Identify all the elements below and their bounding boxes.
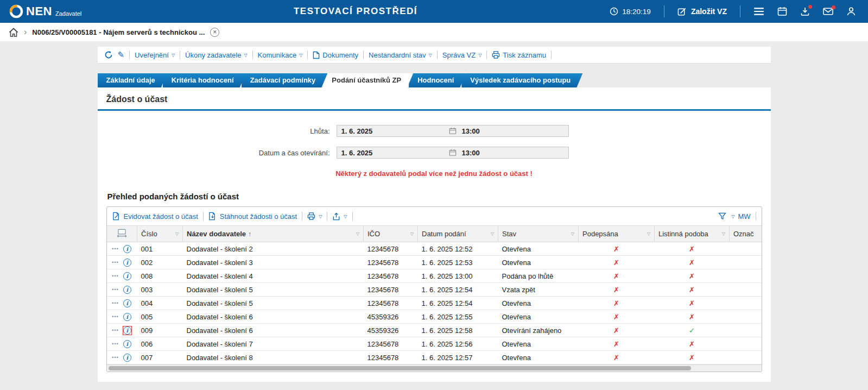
filter-caret-icon[interactable]: ▽ — [722, 231, 725, 236]
environment-title: TESTOVACÍ PROSTŘEDÍ — [294, 6, 417, 17]
topbar: NEN Zadavatel TESTOVACÍ PROSTŘEDÍ 18:20:… — [0, 0, 868, 23]
table-row[interactable]: ••• i 003 Dodavatel - školení 5 12345678… — [107, 283, 762, 297]
filter-caret-icon[interactable]: ▽ — [491, 231, 494, 236]
calendar-icon[interactable] — [449, 149, 457, 156]
edit-pencil-icon[interactable]: ✎ — [118, 50, 125, 60]
col-cislo[interactable]: Číslo▽ — [137, 226, 183, 242]
cell-actions: ••• i — [107, 351, 137, 364]
col-listinna-podoba[interactable]: Listinná podoba▽ — [655, 226, 730, 242]
toolbar-item-tisk-zaznamu[interactable]: Tisk záznamu — [492, 51, 546, 59]
toolbar-item-label: Úkony zadavatele — [185, 51, 241, 59]
calendar-icon[interactable] — [449, 127, 457, 135]
toolbar-item-sprava-vz[interactable]: Správa VZ ▽ — [442, 51, 482, 59]
scrollbar-thumb[interactable] — [109, 366, 691, 370]
tab-zakladni-udaje[interactable]: Základní údaje — [98, 73, 167, 87]
cell-cislo: 004 — [137, 297, 183, 310]
notification-badge — [808, 5, 812, 9]
toolbar-item-dokumenty[interactable]: Dokumenty — [313, 51, 358, 59]
info-icon[interactable]: i — [123, 286, 131, 294]
table-row[interactable]: ••• i 007 Dodavatel - školení 8 12345678… — [107, 351, 762, 364]
history-back-icon[interactable] — [104, 51, 113, 59]
col-datum-podani[interactable]: Datum podání▽ — [418, 226, 498, 242]
lhuta-time-value[interactable]: 13:00 — [458, 127, 568, 135]
cell-nazev-dodavatele: Dodavatel - školení 6 — [183, 310, 364, 324]
tab-hodnoceni[interactable]: Hodnocení — [409, 73, 466, 87]
col-ico[interactable]: IČO▽ — [364, 226, 418, 242]
logo[interactable]: NEN Zadavatel — [26, 5, 81, 17]
toolbar-item-uverejneni[interactable]: Uveřejnění ▽ — [135, 51, 175, 59]
cell-podepsana: ✗ — [579, 351, 655, 364]
calendar-icon[interactable] — [777, 7, 787, 16]
tab-podani-ucastniku-zp[interactable]: Podání účastníků ZP — [323, 73, 413, 87]
cell-cislo: 005 — [137, 310, 183, 324]
table-row[interactable]: ••• i 006 Dodavatel - školení 7 12345678… — [107, 337, 762, 351]
chevron-down-icon: ▽ — [478, 53, 481, 58]
nen-logo-icon[interactable] — [9, 4, 24, 19]
home-icon[interactable] — [9, 28, 18, 37]
row-menu-icon[interactable]: ••• — [112, 260, 118, 265]
info-icon[interactable]: i — [123, 272, 131, 280]
col-podepsana[interactable]: Podepsána▽ — [579, 226, 655, 242]
table-row[interactable]: ••• i 001 Dodavatel - školení 2 12345678… — [107, 242, 762, 256]
row-menu-icon[interactable]: ••• — [112, 287, 118, 292]
download-icon[interactable] — [800, 7, 810, 16]
lhuta-date-value[interactable]: 1. 6. 2025 — [337, 127, 448, 135]
table-row[interactable]: ••• i 005 Dodavatel - školení 6 45359326… — [107, 310, 762, 324]
info-icon[interactable]: i — [123, 299, 131, 307]
stahnout-zadosti-button[interactable]: Stáhnout žádosti o účast — [208, 212, 297, 221]
row-menu-icon[interactable]: ••• — [112, 300, 118, 306]
col-oznaceni[interactable]: Označ — [730, 226, 762, 242]
table-row[interactable]: ••• i 008 Dodavatel - školení 4 12345678… — [107, 269, 762, 283]
toolbar-item-ukony-zadavatele[interactable]: Úkony zadavatele ▽ — [185, 51, 248, 59]
field-label-lhuta: Lhůta: — [106, 127, 337, 135]
print-grid-button[interactable]: ▽ — [307, 212, 322, 221]
row-menu-icon[interactable]: ••• — [112, 273, 118, 279]
filter-caret-icon[interactable]: ▽ — [647, 231, 650, 236]
oteviranni-date-value[interactable]: 1. 6. 2025 — [337, 149, 448, 157]
layout-selector[interactable]: ▽ MW — [731, 212, 750, 221]
filter-caret-icon[interactable]: ▽ — [175, 231, 179, 236]
cell-cislo: 002 — [137, 256, 183, 269]
clock-icon — [610, 7, 618, 16]
info-icon[interactable]: i — [123, 259, 131, 267]
menu-hamburger-icon[interactable] — [753, 7, 764, 16]
oteviranni-time-value[interactable]: 13:00 — [458, 149, 568, 157]
oteviranni-datetime-field[interactable]: 1. 6. 2025 13:00 — [337, 147, 569, 159]
info-icon[interactable]: i — [123, 354, 131, 362]
col-nazev-dodavatele[interactable]: Název dodavatele↑▽ — [183, 226, 364, 242]
create-vz-button[interactable]: Založit VZ — [677, 7, 727, 16]
info-icon[interactable]: i — [123, 340, 131, 348]
filter-caret-icon[interactable]: ▽ — [571, 231, 574, 236]
toolbar-item-nestandardni-stav[interactable]: Nestandardní stav ▽ — [369, 51, 432, 59]
breadcrumb-item[interactable]: N006/25/V00005181 - Nájem serverů s tech… — [32, 28, 205, 36]
filter-caret-icon[interactable]: ▽ — [410, 231, 414, 236]
tab-vysledek-zadavaciho-postupu[interactable]: Výsledek zadávacího postupu — [461, 73, 582, 87]
info-icon[interactable]: i — [123, 313, 131, 321]
col-stav[interactable]: Stav▽ — [498, 226, 579, 242]
table-row[interactable]: ••• i 009 Dodavatel - školení 6 45359326… — [107, 324, 762, 337]
table-row[interactable]: ••• i 004 Dodavatel - školení 5 12345678… — [107, 297, 762, 310]
column-chooser-icon[interactable] — [117, 229, 127, 237]
lhuta-datetime-field[interactable]: 1. 6. 2025 13:00 — [337, 125, 569, 137]
filter-icon[interactable] — [718, 212, 726, 220]
row-menu-icon[interactable]: ••• — [112, 341, 118, 347]
horizontal-scrollbar[interactable] — [107, 364, 762, 372]
row-menu-icon[interactable]: ••• — [112, 355, 118, 360]
row-menu-icon[interactable]: ••• — [112, 246, 118, 251]
tab-zadavaci-podminky[interactable]: Zadávací podmínky — [242, 73, 328, 87]
mail-icon[interactable] — [823, 7, 833, 16]
toolbar-item-komunikace[interactable]: Komunikace ▽ — [258, 51, 303, 59]
evidovat-zadost-button[interactable]: Evidovat žádost o účast — [112, 212, 198, 221]
export-grid-button[interactable]: ▽ — [332, 212, 347, 221]
info-icon[interactable]: i — [123, 245, 131, 253]
table-row[interactable]: ••• i 002 Dodavatel - školení 3 12345678… — [107, 256, 762, 269]
cell-datum-podani: 1. 6. 2025 12:53 — [418, 256, 498, 269]
row-menu-icon[interactable]: ••• — [112, 328, 118, 333]
close-record-icon[interactable]: × — [210, 28, 219, 37]
info-icon[interactable]: i — [123, 326, 131, 335]
info-icon-wrap: i — [123, 244, 132, 254]
filter-caret-icon[interactable]: ▽ — [356, 231, 359, 236]
user-icon[interactable] — [846, 7, 856, 16]
tab-kriteria-hodnoceni[interactable]: Kritéria hodnocení — [163, 73, 246, 87]
row-menu-icon[interactable]: ••• — [112, 314, 118, 319]
